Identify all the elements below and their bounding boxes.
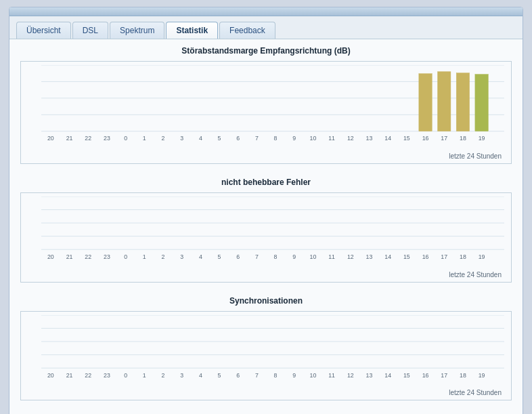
svg-text:15: 15 <box>403 371 410 378</box>
svg-text:23: 23 <box>104 371 110 378</box>
svg-text:10: 10 <box>310 253 317 260</box>
svg-text:14: 14 <box>384 135 391 142</box>
svg-text:12: 12 <box>347 371 354 378</box>
svg-text:9: 9 <box>292 371 296 378</box>
svg-text:22: 22 <box>85 371 91 378</box>
tab-bar: ÜbersichtDSLSpektrumStatistikFeedback <box>9 16 523 39</box>
svg-text:2: 2 <box>162 371 165 378</box>
chart-container-2: 4020212223012345678910111213141516171819… <box>20 311 512 400</box>
chart-x-label-2: letzte 24 Stunden <box>41 389 504 396</box>
tab-spektrum[interactable]: Spektrum <box>110 22 164 39</box>
tab-feedback[interactable]: Feedback <box>219 22 275 39</box>
svg-text:2: 2 <box>162 253 165 260</box>
svg-text:18: 18 <box>460 135 466 142</box>
svg-text:22: 22 <box>85 253 91 260</box>
svg-rect-9 <box>456 73 469 131</box>
dsl-info-panel: ÜbersichtDSLSpektrumStatistikFeedback St… <box>9 7 523 414</box>
svg-text:10: 10 <box>310 371 317 378</box>
svg-text:20: 20 <box>47 135 54 142</box>
svg-text:8: 8 <box>274 135 278 142</box>
svg-text:17: 17 <box>441 371 447 378</box>
svg-text:5: 5 <box>218 135 221 142</box>
svg-text:7: 7 <box>255 371 259 378</box>
svg-text:16: 16 <box>422 371 429 378</box>
svg-text:21: 21 <box>66 253 73 260</box>
tab-dsl[interactable]: DSL <box>72 22 108 39</box>
svg-text:18: 18 <box>460 253 466 260</box>
svg-text:19: 19 <box>479 135 485 142</box>
svg-text:14: 14 <box>384 371 391 378</box>
svg-text:6: 6 <box>236 253 240 260</box>
svg-text:1: 1 <box>143 253 146 260</box>
svg-text:9: 9 <box>292 135 296 142</box>
svg-rect-7 <box>419 74 432 131</box>
svg-text:7: 7 <box>255 135 259 142</box>
chart-area-2: 4020212223012345678910111213141516171819 <box>41 315 504 388</box>
svg-rect-10 <box>475 75 488 131</box>
svg-text:22: 22 <box>85 135 91 142</box>
svg-text:21: 21 <box>66 135 73 142</box>
svg-text:16: 16 <box>422 253 429 260</box>
svg-text:20: 20 <box>47 371 54 378</box>
chart-area-1: 4020212223012345678910111213141516171819 <box>41 196 504 269</box>
svg-text:1: 1 <box>143 371 146 378</box>
svg-text:13: 13 <box>366 135 373 142</box>
svg-text:12: 12 <box>347 253 354 260</box>
svg-text:3: 3 <box>180 371 183 378</box>
svg-text:5: 5 <box>218 253 221 260</box>
svg-text:12: 12 <box>347 135 354 142</box>
svg-text:19: 19 <box>479 253 485 260</box>
svg-text:3: 3 <box>180 135 183 142</box>
svg-text:6: 6 <box>236 135 240 142</box>
svg-text:21: 21 <box>66 371 73 378</box>
chart-section-2: Synchronisationen40202122230123456789101… <box>20 296 512 400</box>
svg-text:1: 1 <box>143 135 146 142</box>
svg-text:15: 15 <box>403 253 410 260</box>
svg-text:4: 4 <box>199 371 202 378</box>
svg-text:0: 0 <box>124 135 127 142</box>
svg-text:0: 0 <box>124 371 127 378</box>
svg-text:3: 3 <box>180 253 183 260</box>
svg-text:13: 13 <box>366 371 373 378</box>
svg-text:14: 14 <box>384 253 391 260</box>
svg-text:16: 16 <box>422 135 429 142</box>
svg-text:5: 5 <box>218 371 221 378</box>
tab-statistik[interactable]: Statistik <box>166 22 218 39</box>
chart-container-1: 4020212223012345678910111213141516171819… <box>20 192 512 282</box>
svg-text:17: 17 <box>441 135 447 142</box>
svg-text:2: 2 <box>162 135 165 142</box>
svg-text:11: 11 <box>328 371 335 378</box>
svg-text:6: 6 <box>236 371 240 378</box>
svg-text:17: 17 <box>441 253 447 260</box>
chart-section-0: Störabstandsmarge Empfangsrichtung (dB)8… <box>20 46 512 164</box>
chart-svg-0: 8020212223012345678910111213141516171819 <box>41 65 504 151</box>
svg-text:4: 4 <box>199 135 202 142</box>
chart-title-1: nicht behebbare Fehler <box>20 178 512 187</box>
chart-x-label-1: letzte 24 Stunden <box>41 271 504 278</box>
svg-text:11: 11 <box>328 135 335 142</box>
svg-text:23: 23 <box>104 135 110 142</box>
svg-text:11: 11 <box>328 253 335 260</box>
svg-text:9: 9 <box>292 253 296 260</box>
chart-area-0: 8020212223012345678910111213141516171819 <box>41 65 504 151</box>
main-content: Störabstandsmarge Empfangsrichtung (dB)8… <box>9 39 523 414</box>
chart-svg-1: 4020212223012345678910111213141516171819 <box>41 196 504 269</box>
chart-title-2: Synchronisationen <box>20 296 512 306</box>
svg-text:20: 20 <box>47 253 54 260</box>
chart-container-0: 8020212223012345678910111213141516171819… <box>20 61 512 164</box>
svg-text:8: 8 <box>274 371 278 378</box>
svg-text:7: 7 <box>255 253 259 260</box>
svg-text:4: 4 <box>199 253 202 260</box>
svg-text:18: 18 <box>460 371 466 378</box>
svg-text:15: 15 <box>403 135 410 142</box>
svg-text:13: 13 <box>366 253 373 260</box>
chart-section-1: nicht behebbare Fehler402021222301234567… <box>20 178 512 282</box>
svg-rect-8 <box>438 72 451 131</box>
chart-x-label-0: letzte 24 Stunden <box>41 152 504 160</box>
svg-text:19: 19 <box>479 371 485 378</box>
svg-text:0: 0 <box>124 253 127 260</box>
chart-title-0: Störabstandsmarge Empfangsrichtung (dB) <box>20 46 512 56</box>
tab-bersicht[interactable]: Übersicht <box>16 22 71 39</box>
panel-title <box>9 7 523 16</box>
chart-svg-2: 4020212223012345678910111213141516171819 <box>41 315 504 388</box>
